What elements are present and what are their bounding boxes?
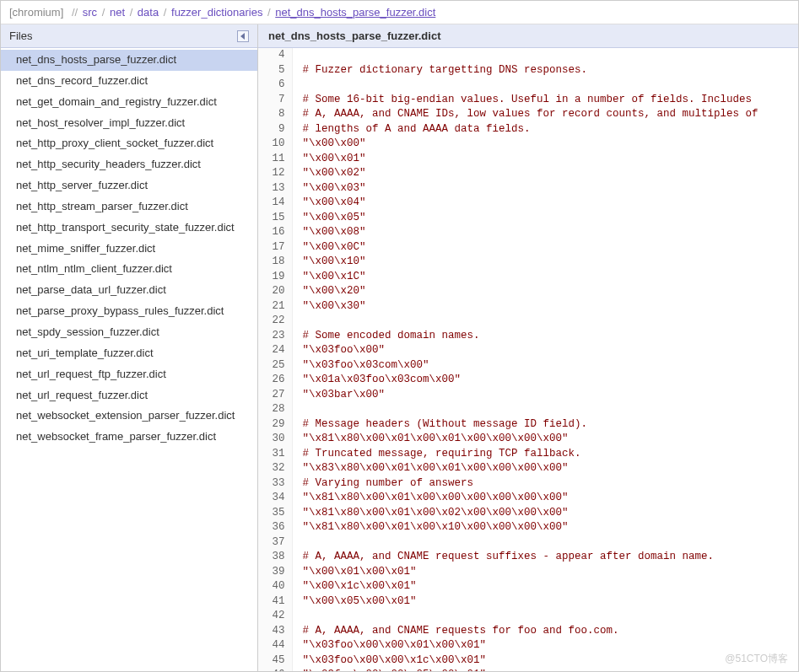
file-list-item[interactable]: net_url_request_fuzzer.dict	[1, 385, 257, 406]
line-number[interactable]: 41	[258, 594, 292, 610]
line-content[interactable]: "\x03bar\x00"	[292, 388, 798, 403]
line-content[interactable]: # Message headers (Without message ID fi…	[292, 417, 798, 433]
file-list-item[interactable]: net_spdy_session_fuzzer.dict	[1, 322, 257, 343]
line-number[interactable]: 35	[258, 506, 292, 521]
line-number[interactable]: 9	[258, 122, 292, 137]
line-number[interactable]: 15	[258, 211, 292, 226]
line-number[interactable]: 43	[258, 624, 292, 639]
file-list-item[interactable]: net_host_resolver_impl_fuzzer.dict	[1, 113, 257, 134]
line-number[interactable]: 22	[258, 314, 292, 329]
line-content[interactable]: "\x00\x00"	[292, 137, 798, 152]
breadcrumb-link[interactable]: data	[138, 6, 159, 19]
file-list-item[interactable]: net_url_request_ftp_fuzzer.dict	[1, 364, 257, 385]
line-content[interactable]: "\x83\x80\x00\x01\x00\x01\x00\x00\x00\x0…	[292, 461, 798, 476]
line-content[interactable]: # Truncated message, requiring TCP fallb…	[292, 447, 798, 462]
line-number[interactable]: 44	[258, 638, 292, 653]
file-list-item[interactable]: net_http_proxy_client_socket_fuzzer.dict	[1, 133, 257, 154]
file-list-item[interactable]: net_http_security_headers_fuzzer.dict	[1, 154, 257, 175]
line-number[interactable]: 27	[258, 388, 292, 403]
line-content[interactable]: "\x03foo\x00\x00\x01\x00\x01"	[292, 638, 798, 653]
line-content[interactable]: # A, AAAA, and CNAME IDs, low values for…	[292, 107, 798, 122]
line-content[interactable]: "\x00\x1c\x00\x01"	[292, 579, 798, 594]
line-content[interactable]: "\x00\x20"	[292, 284, 798, 299]
line-number[interactable]: 38	[258, 550, 292, 565]
line-content[interactable]: # Some 16-bit big-endian values. Useful …	[292, 93, 798, 108]
line-content[interactable]: "\x81\x80\x00\x01\x00\x02\x00\x00\x00\x0…	[292, 506, 798, 521]
file-list-item[interactable]: net_uri_template_fuzzer.dict	[1, 343, 257, 364]
line-number[interactable]: 5	[258, 63, 292, 78]
file-list-item[interactable]: net_http_stream_parser_fuzzer.dict	[1, 196, 257, 218]
line-content[interactable]: "\x01a\x03foo\x03com\x00"	[292, 373, 798, 388]
line-number[interactable]: 37	[258, 535, 292, 551]
line-number[interactable]: 21	[258, 299, 292, 314]
line-content[interactable]: # Some encoded domain names.	[292, 329, 798, 344]
file-list-item[interactable]: net_http_server_fuzzer.dict	[1, 175, 257, 196]
line-content[interactable]: "\x00\x01"	[292, 152, 798, 167]
line-number[interactable]: 31	[258, 447, 292, 462]
line-content[interactable]: # A, AAAA, and CNAME requests for foo an…	[292, 624, 798, 639]
line-number[interactable]: 34	[258, 491, 292, 506]
line-number[interactable]: 32	[258, 461, 292, 476]
line-number[interactable]: 18	[258, 255, 292, 270]
line-content[interactable]: "\x00\x01\x00\x01"	[292, 565, 798, 580]
file-list-item[interactable]: net_parse_proxy_bypass_rules_fuzzer.dict	[1, 301, 257, 322]
line-number[interactable]: 39	[258, 565, 292, 580]
code-area[interactable]: 45# Fuzzer dictionary targetting DNS res…	[258, 48, 798, 671]
file-list-item[interactable]: net_http_transport_security_state_fuzzer…	[1, 218, 257, 239]
line-number[interactable]: 46	[258, 668, 292, 671]
line-content[interactable]	[292, 535, 798, 551]
line-number[interactable]: 14	[258, 196, 292, 211]
file-list-item[interactable]: net_mime_sniffer_fuzzer.dict	[1, 239, 257, 260]
line-content[interactable]: # lengths of A and AAAA data fields.	[292, 122, 798, 137]
line-number[interactable]: 20	[258, 284, 292, 299]
line-content[interactable]: "\x00\x04"	[292, 196, 798, 211]
line-content[interactable]: "\x03foo\x03com\x00"	[292, 358, 798, 374]
line-content[interactable]: # Varying number of answers	[292, 476, 798, 492]
line-number[interactable]: 45	[258, 653, 292, 669]
line-content[interactable]: "\x00\x0C"	[292, 240, 798, 255]
line-content[interactable]: "\x00\x30"	[292, 299, 798, 314]
file-list-item[interactable]: net_websocket_extension_parser_fuzzer.di…	[1, 406, 257, 427]
breadcrumb-link[interactable]: fuzzer_dictionaries	[171, 6, 262, 19]
line-number[interactable]: 23	[258, 329, 292, 344]
line-number[interactable]: 7	[258, 93, 292, 108]
file-list-item[interactable]: net_ntlm_ntlm_client_fuzzer.dict	[1, 259, 257, 280]
line-number[interactable]: 26	[258, 373, 292, 388]
line-content[interactable]: "\x81\x80\x00\x01\x00\x00\x00\x00\x00\x0…	[292, 491, 798, 506]
line-content[interactable]	[292, 48, 798, 63]
line-number[interactable]: 17	[258, 240, 292, 255]
line-number[interactable]: 40	[258, 579, 292, 594]
line-content[interactable]: # Fuzzer dictionary targetting DNS respo…	[292, 63, 798, 78]
line-content[interactable]: "\x81\x80\x00\x01\x00\x01\x00\x00\x00\x0…	[292, 432, 798, 447]
file-list-item[interactable]: net_get_domain_and_registry_fuzzer.dict	[1, 92, 257, 113]
line-number[interactable]: 6	[258, 78, 292, 93]
line-content[interactable]: "\x03foo\x00"	[292, 343, 798, 358]
file-list-item[interactable]: net_dns_record_fuzzer.dict	[1, 71, 257, 92]
line-number[interactable]: 29	[258, 417, 292, 433]
line-content[interactable]: "\x00\x10"	[292, 255, 798, 270]
breadcrumb-link[interactable]: net_dns_hosts_parse_fuzzer.dict	[275, 6, 435, 19]
line-number[interactable]: 10	[258, 137, 292, 152]
line-number[interactable]: 24	[258, 343, 292, 358]
line-content[interactable]: "\x00\x08"	[292, 225, 798, 240]
collapse-sidebar-icon[interactable]	[237, 30, 249, 42]
line-content[interactable]	[292, 78, 798, 93]
line-number[interactable]: 12	[258, 166, 292, 181]
line-content[interactable]: "\x03foo\x00\x00\x05\x00\x01"	[292, 668, 798, 671]
line-content[interactable]: "\x81\x80\x00\x01\x00\x10\x00\x00\x00\x0…	[292, 520, 798, 535]
line-number[interactable]: 16	[258, 225, 292, 240]
line-content[interactable]: "\x00\x03"	[292, 181, 798, 196]
breadcrumb-link[interactable]: net	[110, 6, 125, 19]
line-content[interactable]: "\x03foo\x00\x00\x1c\x00\x01"	[292, 653, 798, 669]
line-content[interactable]: "\x00\x02"	[292, 166, 798, 181]
file-list-item[interactable]: net_dns_hosts_parse_fuzzer.dict	[1, 50, 257, 71]
line-content[interactable]: "\x00\x05\x00\x01"	[292, 594, 798, 610]
line-number[interactable]: 42	[258, 609, 292, 624]
line-number[interactable]: 13	[258, 181, 292, 196]
breadcrumb-link[interactable]: src	[83, 6, 97, 19]
line-content[interactable]	[292, 609, 798, 624]
line-content[interactable]	[292, 402, 798, 417]
line-number[interactable]: 8	[258, 107, 292, 122]
line-content[interactable]: # A, AAAA, and CNAME request suffixes - …	[292, 550, 798, 565]
line-number[interactable]: 36	[258, 520, 292, 535]
